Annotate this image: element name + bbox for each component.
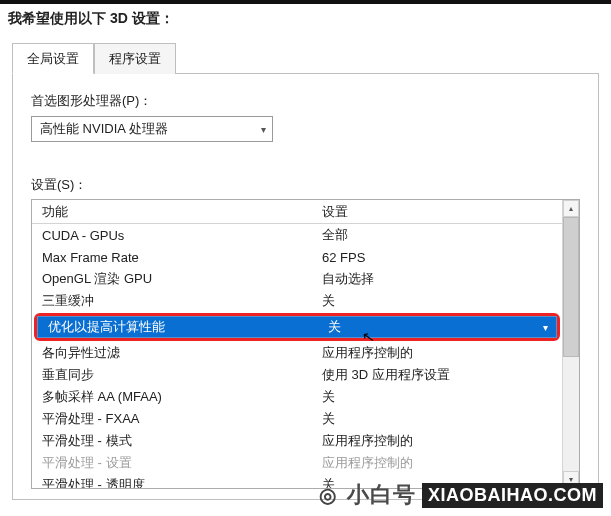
feat: 垂直同步 — [32, 366, 312, 384]
table-row[interactable]: 各向异性过滤 应用程序控制的 — [32, 342, 562, 364]
table-header: 功能 设置 — [32, 200, 562, 224]
feat: Max Frame Rate — [32, 250, 312, 265]
table-row[interactable]: CUDA - GPUs 全部 — [32, 224, 562, 246]
table-row[interactable]: 垂直同步 使用 3D 应用程序设置 — [32, 364, 562, 386]
feat: 各向异性过滤 — [32, 344, 312, 362]
feat: 平滑处理 - 透明度 — [32, 476, 312, 488]
feat: 优化以提高计算性能 — [38, 318, 318, 336]
chevron-down-icon: ▾ — [261, 124, 266, 135]
feat: 平滑处理 - 模式 — [32, 432, 312, 450]
feat: CUDA - GPUs — [32, 228, 312, 243]
feat: 三重缓冲 — [32, 292, 312, 310]
tab-global[interactable]: 全局设置 — [12, 43, 94, 74]
settings-label: 设置(S)： — [31, 176, 580, 194]
scroll-up-icon[interactable]: ▴ — [563, 200, 579, 217]
table-row[interactable]: 平滑处理 - FXAA 关 — [32, 408, 562, 430]
val: 使用 3D 应用程序设置 — [312, 366, 562, 384]
scroll-thumb[interactable] — [563, 217, 579, 357]
gpu-select[interactable]: 高性能 NVIDIA 处理器 ▾ — [31, 116, 273, 142]
scroll-track[interactable] — [563, 217, 579, 471]
val: 应用程序控制的 — [312, 454, 562, 472]
settings-table: 功能 设置 CUDA - GPUs 全部 Max Frame Rate 62 F… — [31, 199, 580, 489]
table-row-selected[interactable]: 优化以提高计算性能 关 ▾ — [37, 316, 557, 338]
val: 关 — [312, 292, 562, 310]
table-row[interactable]: 多帧采样 AA (MFAA) 关 — [32, 386, 562, 408]
val: 应用程序控制的 — [312, 344, 562, 362]
val: 应用程序控制的 — [312, 432, 562, 450]
watermark-cn: 小白号 — [347, 480, 416, 510]
gpu-select-value: 高性能 NVIDIA 处理器 — [40, 120, 168, 138]
watermark-en: XIAOBAIHAO.COM — [422, 483, 603, 508]
feat: OpenGL 渲染 GPU — [32, 270, 312, 288]
panel: 首选图形处理器(P)： 高性能 NVIDIA 处理器 ▾ 设置(S)： 功能 设… — [12, 74, 599, 500]
chevron-down-icon: ▾ — [543, 322, 548, 333]
val: 关 — [312, 388, 562, 406]
val: 全部 — [312, 226, 562, 244]
feat: 平滑处理 - FXAA — [32, 410, 312, 428]
tabs: 全局设置 程序设置 — [12, 42, 599, 74]
table-row-disabled: 平滑处理 - 设置 应用程序控制的 — [32, 452, 562, 474]
feat: 多帧采样 AA (MFAA) — [32, 388, 312, 406]
val: 自动选择 — [312, 270, 562, 288]
val: 关 — [312, 410, 562, 428]
broadcast-icon: ◎ — [313, 481, 341, 509]
table-row[interactable]: 平滑处理 - 模式 应用程序控制的 — [32, 430, 562, 452]
gpu-label: 首选图形处理器(P)： — [31, 92, 580, 110]
feat: 平滑处理 - 设置 — [32, 454, 312, 472]
val: 关 — [318, 318, 341, 336]
page-title: 我希望使用以下 3D 设置： — [0, 4, 611, 38]
scrollbar[interactable]: ▴ ▾ — [562, 200, 579, 488]
column-feature: 功能 — [32, 203, 312, 221]
watermark: ◎ 小白号 XIAOBAIHAO.COM — [313, 480, 603, 510]
table-row[interactable]: 三重缓冲 关 — [32, 290, 562, 312]
val: 62 FPS — [312, 250, 562, 265]
tab-program[interactable]: 程序设置 — [94, 43, 176, 74]
selected-row-highlight: 优化以提高计算性能 关 ▾ — [34, 313, 560, 341]
table-row[interactable]: Max Frame Rate 62 FPS — [32, 246, 562, 268]
column-setting: 设置 — [312, 203, 562, 221]
table-row[interactable]: OpenGL 渲染 GPU 自动选择 — [32, 268, 562, 290]
